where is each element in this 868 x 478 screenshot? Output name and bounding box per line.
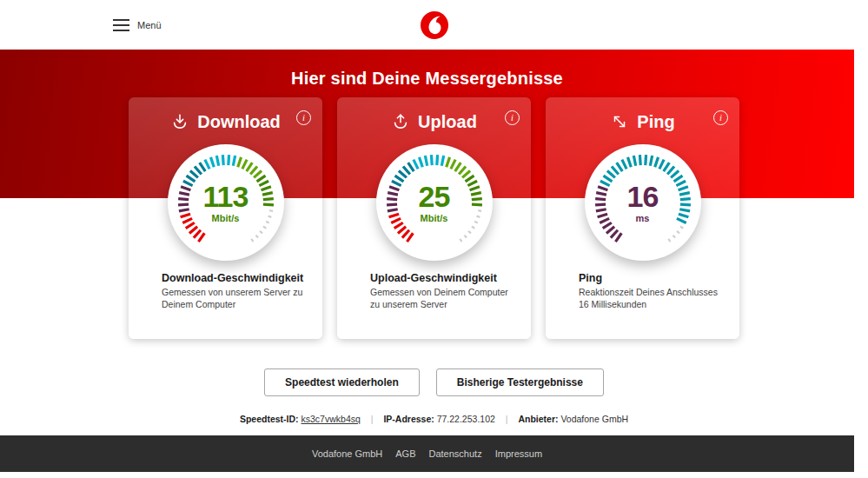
ping-value: 16 — [627, 182, 659, 211]
footer-link-agb[interactable]: AGB — [395, 448, 415, 459]
footer-link-impressum[interactable]: Impressum — [495, 448, 542, 459]
separator: | — [371, 414, 374, 424]
hamburger-icon — [113, 19, 129, 31]
card-description: Gemessen von unserem Server zu Deinem Co… — [162, 286, 305, 310]
card-title: Ping — [637, 112, 674, 132]
info-icon[interactable]: i — [296, 110, 311, 125]
card-description: Reaktionszeit Deines Anschlusses 16 Mill… — [579, 286, 722, 310]
ip-label: IP-Adresse: — [383, 414, 434, 424]
menu-button[interactable]: Menü — [113, 19, 162, 31]
footer-link-vodafone[interactable]: Vodafone GmbH — [312, 448, 382, 459]
card-subtitle: Ping — [579, 272, 722, 284]
upload-unit: Mbit/s — [421, 213, 448, 223]
card-title: Download — [197, 112, 281, 132]
repeat-speedtest-button[interactable]: Speedtest wiederholen — [264, 368, 420, 396]
action-buttons: Speedtest wiederholen Bisherige Testerge… — [0, 368, 868, 396]
ping-card: Ping i 16 ms Ping Reaktionszeit Deines A… — [546, 97, 739, 339]
card-subtitle: Download-Geschwindigkeit — [162, 272, 305, 284]
download-gauge: 113 Mbit/s — [165, 142, 287, 263]
upload-value: 25 — [419, 182, 450, 211]
ping-unit: ms — [636, 213, 650, 223]
download-value: 113 — [203, 182, 248, 211]
menu-label: Menü — [137, 20, 162, 30]
download-unit: Mbit/s — [212, 213, 240, 223]
info-icon[interactable]: i — [505, 110, 520, 125]
footer-link-datenschutz[interactable]: Datenschutz — [429, 448, 482, 459]
card-subtitle: Upload-Geschwindigkeit — [370, 272, 514, 284]
result-cards: Download i 113 Mbit/s Download-Geschwind… — [0, 97, 868, 339]
speedtest-id-value[interactable]: ks3c7vwkb4sq — [301, 414, 361, 424]
top-header: Menü — [0, 0, 868, 50]
info-icon[interactable]: i — [713, 110, 728, 125]
page-footer: Vodafone GmbH AGB Datenschutz Impressum — [0, 435, 854, 472]
upload-gauge: 25 Mbit/s — [374, 142, 495, 263]
speedtest-id-label: Speedtest-ID: — [240, 414, 299, 424]
ip-value: 77.22.253.102 — [437, 414, 495, 424]
provider-value: Vodafone GmbH — [560, 414, 628, 424]
provider-label: Anbieter: — [518, 414, 558, 424]
ping-icon — [610, 112, 629, 131]
card-title: Upload — [418, 112, 477, 132]
upload-icon — [391, 112, 410, 131]
upload-card: Upload i 25 Mbit/s Upload-Geschwindigkei… — [337, 97, 531, 339]
ping-gauge: 16 ms — [582, 142, 704, 263]
test-meta: Speedtest-ID: ks3c7vwkb4sq | IP-Adresse:… — [0, 414, 868, 424]
download-icon — [170, 112, 189, 131]
page-title: Hier sind Deine Messergebnisse — [0, 50, 854, 89]
previous-results-button[interactable]: Bisherige Testergebnisse — [436, 368, 604, 396]
separator: | — [506, 414, 508, 424]
results-hero: Hier sind Deine Messergebnisse Download … — [0, 50, 854, 198]
download-card: Download i 113 Mbit/s Download-Geschwind… — [129, 97, 322, 339]
vodafone-logo-icon[interactable] — [421, 11, 448, 39]
card-description: Gemessen von Deinem Computer zu unserem … — [370, 286, 514, 310]
